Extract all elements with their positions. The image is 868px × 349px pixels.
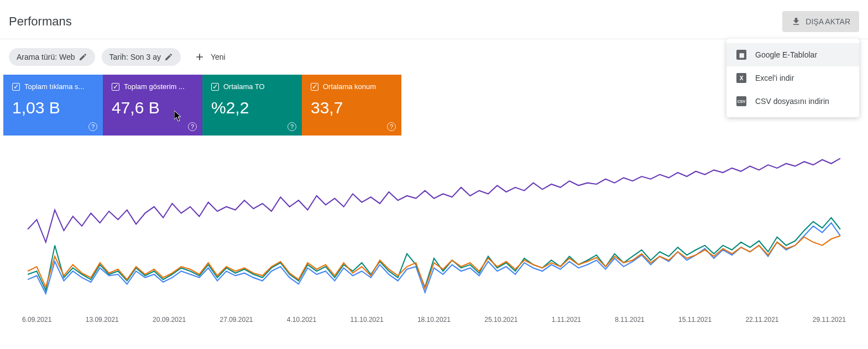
help-icon[interactable]: ?: [387, 122, 396, 131]
download-icon: [791, 17, 801, 27]
x-axis-tick: 6.09.2021: [22, 316, 51, 324]
x-axis-tick: 8.11.2021: [615, 316, 644, 324]
metric-ctr-label: Ortalama TO: [223, 82, 265, 91]
filter-search-type[interactable]: Arama türü: Web: [9, 48, 95, 66]
checkbox-icon: ✓: [311, 83, 318, 91]
sheets-icon: ▦: [736, 50, 746, 60]
export-dropdown: ▦ Google E-Tablolar X Excel'i indir CSV …: [726, 39, 859, 117]
chart-x-axis: 6.09.202113.09.202120.09.202127.09.20214…: [0, 312, 868, 324]
filter-search-type-label: Arama türü: Web: [17, 53, 75, 61]
export-option-csv-label: CSV dosyasını indirin: [755, 97, 829, 106]
metric-position-label: Ortalama konum: [323, 82, 376, 91]
add-filter-label: Yeni: [211, 53, 226, 61]
metric-clicks-label: Toplam tıklama s...: [24, 82, 84, 91]
x-axis-tick: 20.09.2021: [153, 316, 186, 324]
export-option-excel[interactable]: X Excel'i indir: [726, 66, 859, 90]
edit-icon: [164, 53, 173, 61]
export-option-csv[interactable]: CSV CSV dosyasını indirin: [726, 90, 859, 113]
help-icon[interactable]: ?: [88, 122, 97, 131]
filter-date-label: Tarih: Son 3 ay: [109, 53, 161, 61]
x-axis-tick: 29.11.2021: [813, 316, 846, 324]
x-axis-tick: 4.10.2021: [287, 316, 316, 324]
metric-impressions-value: 47,6 B: [112, 98, 194, 117]
csv-icon: CSV: [736, 96, 746, 106]
performance-chart[interactable]: [17, 147, 851, 312]
help-icon[interactable]: ?: [188, 122, 197, 131]
x-axis-tick: 27.09.2021: [219, 316, 253, 324]
metric-card-clicks[interactable]: ✓ Toplam tıklama s... 1,03 B ?: [3, 75, 103, 136]
metric-card-position[interactable]: ✓ Ortalama konum 33,7 ?: [302, 75, 401, 136]
add-filter-button[interactable]: Yeni: [187, 47, 232, 67]
checkbox-icon: ✓: [211, 83, 219, 91]
page-title: Performans: [9, 14, 72, 29]
metric-card-ctr[interactable]: ✓ Ortalama TO %2,2 ?: [202, 75, 302, 136]
metric-impressions-label: Toplam gösterim ...: [124, 82, 185, 91]
metric-clicks-value: 1,03 B: [12, 98, 94, 117]
export-label: DIŞA AKTAR: [806, 17, 850, 26]
export-option-excel-label: Excel'i indir: [755, 74, 794, 82]
checkbox-icon: ✓: [12, 83, 20, 91]
metric-position-value: 33,7: [311, 98, 393, 117]
checkbox-icon: ✓: [112, 83, 119, 91]
metric-ctr-value: %2,2: [211, 98, 293, 117]
metric-card-impressions[interactable]: ✓ Toplam gösterim ... 47,6 B ?: [103, 75, 202, 136]
x-axis-tick: 22.11.2021: [745, 316, 778, 324]
x-axis-tick: 25.10.2021: [484, 316, 517, 324]
excel-icon: X: [736, 73, 746, 83]
x-axis-tick: 15.11.2021: [678, 316, 712, 324]
help-icon[interactable]: ?: [287, 122, 296, 131]
export-button[interactable]: DIŞA AKTAR: [782, 11, 859, 32]
export-option-sheets-label: Google E-Tablolar: [755, 50, 817, 59]
x-axis-tick: 11.10.2021: [351, 316, 384, 324]
plus-icon: [194, 51, 205, 62]
x-axis-tick: 13.09.2021: [86, 316, 119, 324]
export-option-sheets[interactable]: ▦ Google E-Tablolar: [726, 43, 859, 66]
edit-icon: [79, 53, 87, 61]
x-axis-tick: 1.11.2021: [552, 316, 581, 324]
filter-date[interactable]: Tarih: Son 3 ay: [102, 48, 181, 66]
x-axis-tick: 18.10.2021: [417, 316, 451, 324]
